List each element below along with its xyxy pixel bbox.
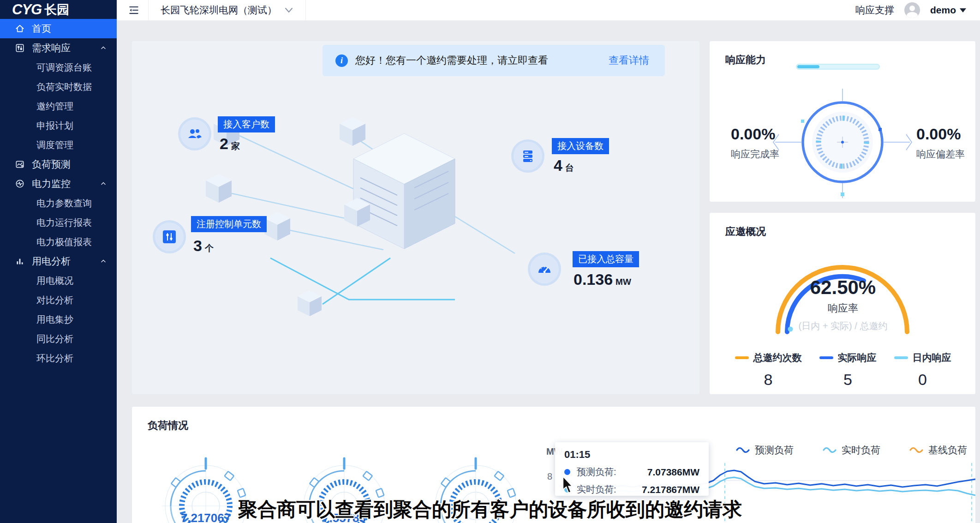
wave-icon [822,446,837,454]
response-rate-label: 响应率 [710,301,976,315]
user-menu[interactable]: demo [930,5,966,16]
mouse-cursor [562,476,576,495]
org-selector-value: 长园飞轮深圳电网（测试） [161,4,277,17]
collapse-sidebar-icon[interactable] [128,4,140,16]
load-forecast-icon [15,159,25,169]
legend-dash [735,356,749,359]
sidebar-item-load-forecast[interactable]: 负荷预测 [0,155,117,174]
control-unit-icon [153,220,186,253]
sidebar-item-power-usage-overview[interactable]: 用电概况 [0,271,117,290]
sidebar-item-dispatch-management[interactable]: 调度管理 [0,135,117,155]
sidebar-item-mom-analysis[interactable]: 环比分析 [0,349,117,368]
sidebar-item-power-extreme-report[interactable]: 电力极值报表 [0,232,117,252]
sidebar-item-adjustable-resources[interactable]: 可调资源台账 [0,58,117,77]
sidebar-item-declaration-plan[interactable]: 申报计划 [0,116,117,135]
sidebar-item-yoy-analysis[interactable]: 同比分析 [0,329,117,349]
legend-dash [819,356,833,359]
power-analysis-icon [15,256,25,266]
users-icon [178,117,211,150]
sidebar-item-power-monitoring[interactable]: 电力监控 [0,174,117,193]
chevron-up-icon [99,258,108,265]
wave-icon [735,446,750,454]
panel-title: 负荷情况 [148,419,188,433]
sidebar-item-home[interactable]: 首页 [0,19,117,38]
legend-forecast-load[interactable]: 预测负荷 [735,444,794,457]
gauge-icon [528,252,561,286]
video-subtitle: 聚合商可以查看到聚合的所有客户的设备所收到的邀约请求 [238,497,742,523]
legend-realtime-load[interactable]: 实时负荷 [822,444,880,457]
top-header: 长园飞轮深圳电网（测试） 响应支撑 demo [117,0,980,21]
response-capability-panel: 响应能力 0.00% 响应完成率 0.00% 响应偏差率 [709,41,976,202]
demand-response-icon [15,43,25,53]
caret-down-icon [960,8,966,12]
svg-text:7.217067: 7.217067 [181,511,231,523]
tooltip-time: 01:15 [564,449,699,461]
chevron-up-icon [99,180,108,187]
response-deviation-stat: 0.00% 响应偏差率 [916,125,965,161]
app-logo: CYG 长园 [0,0,117,19]
sidebar-item-power-parameter-query[interactable]: 电力参数查询 [0,193,117,213]
org-selector-dropdown[interactable]: 长园飞轮深圳电网（测试） [148,0,306,21]
server-icon [511,139,544,173]
load-chart-legend: 预测负荷 实时负荷 基线负荷 [735,444,967,457]
response-completion-stat: 0.00% 响应完成率 [731,125,779,161]
sidebar: CYG 长园 首页 需求响应 可调资源台账 负荷实时数据 邀约管理 申报计划 调… [0,0,117,523]
response-rate-formula: (日内 + 实际) / 总邀约 [710,320,976,332]
invitation-legend: 总邀约次数 8 实际响应 5 日内响应 0 [710,351,976,389]
legend-baseline-load[interactable]: 基线负荷 [909,444,967,457]
sidebar-item-realtime-load-data[interactable]: 负荷实时数据 [0,77,117,96]
home-icon [15,24,25,34]
legend-total-invitations[interactable]: 总邀约次数 8 [735,351,802,389]
avatar[interactable] [904,2,920,18]
sidebar-item-meter-reading[interactable]: 用电集抄 [0,310,117,329]
legend-actual-responses[interactable]: 实际响应 5 [819,351,877,389]
series-dot [564,469,570,475]
sidebar-item-power-operation-report[interactable]: 电力运行报表 [0,213,117,232]
response-support-link[interactable]: 响应支撑 [855,4,894,17]
wave-icon [909,446,924,454]
legend-dash [894,356,908,359]
power-monitor-icon [15,179,25,189]
legend-intraday-responses[interactable]: 日内响应 0 [894,351,951,389]
response-radar-gauge [710,41,976,203]
sidebar-item-invitation-management[interactable]: 邀约管理 [0,96,117,116]
invitation-overview-panel: 应邀概况 62.50% 响应率 (日内 + 实际) / 总邀约 总邀约次数 8 … [709,212,976,395]
chart-tooltip: 01:15 预测负荷: 7.07386MW 实时负荷: 7.217867MW [555,442,709,496]
y-axis-tick: 8 [547,471,552,482]
tooltip-row: 实时负荷: 7.217867MW [564,483,699,496]
response-rate-value: 62.50% [710,277,976,299]
tooltip-row: 预测负荷: 7.07386MW [564,466,699,478]
sidebar-item-power-analysis[interactable]: 用电分析 [0,252,117,271]
overview-hero-panel: i 您好！您有一个邀约需要处理，请立即查看 查看详情 [131,41,700,395]
sidebar-item-comparison-analysis[interactable]: 对比分析 [0,290,117,310]
chevron-up-icon [99,44,108,52]
sidebar-item-demand-response[interactable]: 需求响应 [0,38,117,58]
chevron-down-icon [284,7,293,13]
